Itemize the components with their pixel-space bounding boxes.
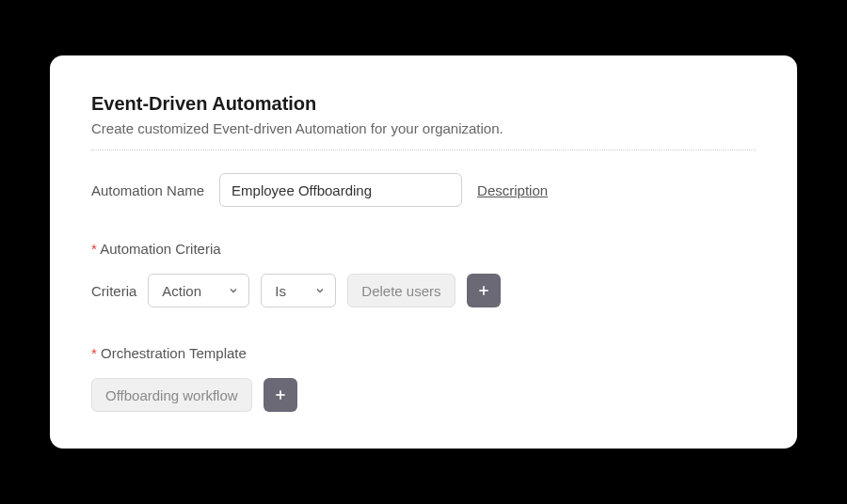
add-criteria-button[interactable] <box>467 274 501 307</box>
template-label-text: Orchestration Template <box>101 345 247 361</box>
required-marker: * <box>91 241 97 257</box>
automation-card: Event-Driven Automation Create customize… <box>50 55 797 449</box>
criteria-field-value: Action <box>162 283 201 299</box>
automation-name-row: Automation Name Description <box>91 173 756 207</box>
required-marker: * <box>91 345 97 361</box>
page-subtitle: Create customized Event-driven Automatio… <box>91 120 756 136</box>
plus-icon <box>273 387 288 402</box>
template-row: Offboarding workflow <box>91 378 756 412</box>
page-title: Event-Driven Automation <box>91 93 756 115</box>
chevron-down-icon <box>228 285 239 296</box>
plus-icon <box>476 283 491 298</box>
criteria-section-label: * Automation Criteria <box>91 241 756 257</box>
criteria-row: Criteria Action Is Delete users <box>91 274 756 307</box>
add-template-button[interactable] <box>264 378 297 412</box>
automation-name-label: Automation Name <box>91 182 204 198</box>
criteria-value-text: Delete users <box>361 283 440 299</box>
template-value-text: Offboarding workflow <box>105 387 238 403</box>
criteria-value-chip[interactable]: Delete users <box>347 274 455 307</box>
description-link[interactable]: Description <box>477 182 548 198</box>
criteria-field-select[interactable]: Action <box>148 274 249 307</box>
criteria-operator-value: Is <box>275 283 286 299</box>
template-value-chip[interactable]: Offboarding workflow <box>91 378 252 412</box>
automation-name-input[interactable] <box>219 173 462 207</box>
criteria-row-label: Criteria <box>91 283 136 299</box>
divider <box>91 150 756 150</box>
criteria-operator-select[interactable]: Is <box>261 274 336 307</box>
chevron-down-icon <box>314 285 326 296</box>
criteria-label-text: Automation Criteria <box>100 241 220 257</box>
template-section-label: * Orchestration Template <box>91 345 756 361</box>
